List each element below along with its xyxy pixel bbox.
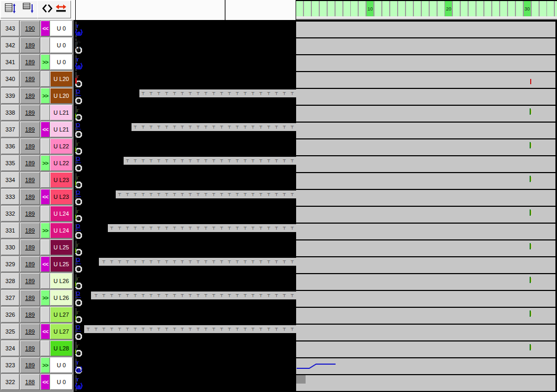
yarn-layer-label[interactable]: U 0 bbox=[50, 54, 73, 70]
stretch-horizontal-button[interactable] bbox=[54, 3, 68, 16]
pattern-row-324[interactable]: ┬┬┬┬┬┬┬┬┬┬┬┬┬┬┬┬┬┬┬┬┬┬┬┬┬┬┬┬┬┬┬┬┬┬ bbox=[75, 340, 557, 357]
ruler-cell-6[interactable] bbox=[336, 1, 342, 16]
yarn-layer-label[interactable]: U L24 bbox=[50, 223, 73, 238]
stitch-count-link[interactable]: 189 bbox=[20, 54, 40, 70]
yarn-layer-label[interactable]: U L20 bbox=[50, 71, 73, 87]
carriage-direction-cell[interactable] bbox=[40, 239, 50, 255]
yarn-layer-label[interactable]: U L24 bbox=[50, 206, 73, 222]
row-number[interactable]: 332 bbox=[1, 206, 19, 222]
stitch-count-link[interactable]: 188 bbox=[20, 374, 40, 390]
carriage-direction-cell[interactable]: >> bbox=[40, 54, 50, 70]
ruler-cell-17[interactable] bbox=[422, 1, 429, 16]
pattern-row-328[interactable]: ┬┬┬┬┬┬┬┬┬┬┬┬┬┬┬┬┬┬┬┬┬┬┬┬┬┬┬┬┬┬┬┬┬┬┬┬ bbox=[75, 273, 557, 290]
carriage-direction-cell[interactable]: >> bbox=[40, 223, 50, 238]
ruler-cell-8[interactable] bbox=[351, 1, 358, 16]
ruler-cell-20[interactable]: 20 bbox=[445, 1, 452, 16]
pattern-row-335[interactable]: ┬┬┬┬┬┬┬┬┬┬┬┬┬┬┬┬┬┬┬┬┬┬┬┬┬┬┬┬┬┬┬┬┬┬┬┬┬┬┬┬… bbox=[75, 155, 557, 172]
yarn-layer-label[interactable]: U L28 bbox=[50, 340, 73, 356]
stitch-count-link[interactable]: 189 bbox=[20, 138, 40, 154]
stitch-count-link[interactable]: 189 bbox=[20, 307, 40, 323]
yarn-layer-label[interactable]: U L25 bbox=[50, 239, 73, 255]
stitch-count-link[interactable]: 189 bbox=[20, 239, 40, 255]
carriage-direction-cell[interactable]: << bbox=[40, 189, 50, 205]
row-number[interactable]: 339 bbox=[1, 88, 19, 104]
stitch-count-link[interactable]: 189 bbox=[20, 357, 40, 373]
pattern-row-327[interactable]: ┬┬┬┬┬┬┬┬┬┬┬┬┬┬┬┬┬┬┬┬┬┬┬┬┬┬┬┬┬┬┬┬┬┬┬┬┬┬┬┬… bbox=[75, 290, 557, 307]
row-number[interactable]: 343 bbox=[1, 21, 19, 36]
pattern-row-334[interactable]: ┬┬┬┬┬┬┬┬┬┬┬┬┬┬┬┬┬┬┬┬┬┬┬┬┬┬┬┬┬┬┬┬┬┬┬┬┬┬┬ bbox=[75, 172, 557, 189]
ruler-cell-32[interactable] bbox=[540, 1, 546, 16]
ruler-cell-34[interactable] bbox=[555, 1, 557, 16]
pattern-row-339[interactable]: ┬┬┬┬┬┬┬┬┬┬┬┬┬┬┬┬┬┬┬┬┬┬┬┬┬┬┬┬┬┬┬┬┬┬┬┬┬┬┬┬… bbox=[75, 88, 557, 105]
carriage-direction-cell[interactable] bbox=[40, 71, 50, 87]
pattern-row-343[interactable]: ┬┬┬┬┬┬┬┬┬┬┬┬┬┬┬┬┬┬┬┬┬┬┬┬┬┬┬┬┬┬┬┬┬┬┬┬┬┬┬┬… bbox=[75, 21, 557, 37]
row-number[interactable]: 333 bbox=[1, 189, 19, 205]
ruler-cell-11[interactable] bbox=[374, 1, 381, 16]
ruler-cell-30[interactable]: 30 bbox=[524, 1, 531, 16]
carriage-direction-cell[interactable]: << bbox=[40, 256, 50, 272]
yarn-layer-label[interactable]: U L27 bbox=[50, 307, 73, 323]
stitch-count-link[interactable]: 189 bbox=[20, 324, 40, 339]
carriage-direction-cell[interactable]: >> bbox=[40, 357, 50, 373]
yarn-layer-label[interactable]: U L20 bbox=[50, 88, 73, 104]
carriage-direction-cell[interactable] bbox=[40, 138, 50, 154]
yarn-layer-label[interactable]: U 0 bbox=[50, 357, 73, 373]
row-number[interactable]: 326 bbox=[1, 307, 19, 323]
pattern-row-338[interactable]: ┬┬┬┬┬┬┬┬┬┬┬┬┬┬┬┬┬┬┬┬┬┬┬┬┬┬┬┬┬┬┬┬┬┬┬┬┬┬┬┬… bbox=[75, 105, 557, 122]
stitch-count-link[interactable]: 189 bbox=[20, 122, 40, 137]
ruler-cell-26[interactable] bbox=[492, 1, 499, 16]
ruler-cell-29[interactable] bbox=[516, 1, 523, 16]
ruler-cell-7[interactable] bbox=[343, 1, 350, 16]
ruler-cell-33[interactable] bbox=[547, 1, 554, 16]
pattern-row-341[interactable]: ┬┬┬┬┬┬┬┬┬┬┬┬┬┬┬┬┬┬┬┬┬┬┬┬┬┬┬┬┬┬┬┬┬┬┬┬┬┬┬┬… bbox=[75, 54, 557, 71]
yarn-layer-label[interactable]: U L22 bbox=[50, 155, 73, 171]
stitch-count-link[interactable]: 189 bbox=[20, 155, 40, 171]
carriage-direction-cell[interactable]: >> bbox=[40, 290, 50, 306]
row-number[interactable]: 340 bbox=[1, 71, 19, 87]
stitch-count-link[interactable]: 189 bbox=[20, 105, 40, 120]
carriage-direction-cell[interactable] bbox=[40, 37, 50, 53]
pattern-row-331[interactable]: ┬┬┬┬┬┬┬┬┬┬┬┬┬┬┬┬┬┬┬┬┬┬┬┬┬┬┬┬┬┬┬┬┬┬┬┬┬┬┬┬… bbox=[75, 223, 557, 239]
ruler-cell-5[interactable] bbox=[328, 1, 335, 16]
pattern-row-325[interactable]: ┬┬┬┬┬┬┬┬┬┬┬┬┬┬┬┬┬┬┬┬┬┬┬┬┬┬┬┬┬┬┬┬┬┬┬┬┬┬┬┬… bbox=[75, 324, 557, 340]
stitch-count-link[interactable]: 189 bbox=[20, 340, 40, 356]
ruler-cell-19[interactable] bbox=[438, 1, 444, 16]
carriage-direction-cell[interactable]: >> bbox=[40, 155, 50, 171]
row-number[interactable]: 325 bbox=[1, 324, 19, 339]
ruler-cell-23[interactable] bbox=[469, 1, 475, 16]
row-number[interactable]: 334 bbox=[1, 172, 19, 188]
angle-brackets-button[interactable] bbox=[40, 3, 55, 16]
yarn-layer-label[interactable]: U 0 bbox=[50, 37, 73, 53]
row-number[interactable]: 324 bbox=[1, 340, 19, 356]
ruler-cell-16[interactable] bbox=[414, 1, 421, 16]
pattern-row-322[interactable]: ┬┬┬┬┬┬┬┬┬┬┬┬┬┬┬┬┬┬┬┬┬┬┬┬┬┬┬┬┬┬┬┬┬┬ bbox=[75, 374, 557, 391]
ruler-cell-10[interactable]: 10 bbox=[367, 1, 373, 16]
expand-rows-button[interactable] bbox=[3, 3, 18, 16]
ruler-cell-28[interactable] bbox=[508, 1, 515, 16]
yarn-layer-label[interactable]: U L21 bbox=[50, 105, 73, 120]
yarn-layer-label[interactable]: U 0 bbox=[50, 374, 73, 390]
ruler-cell-4[interactable] bbox=[320, 1, 327, 16]
carriage-direction-cell[interactable]: >> bbox=[40, 88, 50, 104]
carriage-direction-cell[interactable]: << bbox=[40, 21, 50, 36]
ruler-cell-24[interactable] bbox=[477, 1, 483, 16]
ruler-cell-27[interactable] bbox=[500, 1, 507, 16]
yarn-layer-label[interactable]: U L26 bbox=[50, 273, 73, 289]
row-number[interactable]: 341 bbox=[1, 54, 19, 70]
ruler-cell-2[interactable] bbox=[304, 1, 311, 16]
pattern-row-333[interactable]: ┬┬┬┬┬┬┬┬┬┬┬┬┬┬┬┬┬┬┬┬┬┬┬┬┬┬┬┬┬┬┬┬┬┬┬┬┬┬┬┬… bbox=[75, 189, 557, 206]
stitch-count-link[interactable]: 189 bbox=[20, 223, 40, 238]
yarn-layer-label[interactable]: U L22 bbox=[50, 138, 73, 154]
ruler-cell-22[interactable] bbox=[461, 1, 468, 16]
carriage-direction-cell[interactable] bbox=[40, 273, 50, 289]
carriage-direction-cell[interactable] bbox=[40, 206, 50, 222]
carriage-direction-cell[interactable]: << bbox=[40, 122, 50, 137]
stitch-count-link[interactable]: 189 bbox=[20, 88, 40, 104]
row-number[interactable]: 338 bbox=[1, 105, 19, 120]
row-number[interactable]: 330 bbox=[1, 239, 19, 255]
ruler-cell-21[interactable] bbox=[453, 1, 460, 16]
stitch-count-link[interactable]: 190 bbox=[20, 21, 40, 36]
insert-row-button[interactable] bbox=[21, 3, 36, 16]
pattern-row-329[interactable]: ┬┬┬┬┬┬┬┬┬┬┬┬┬┬┬┬┬┬┬┬┬┬┬┬┬┬┬┬┬┬┬┬┬┬┬┬┬┬┬┬… bbox=[75, 256, 557, 273]
ruler-cell-3[interactable] bbox=[312, 1, 319, 16]
